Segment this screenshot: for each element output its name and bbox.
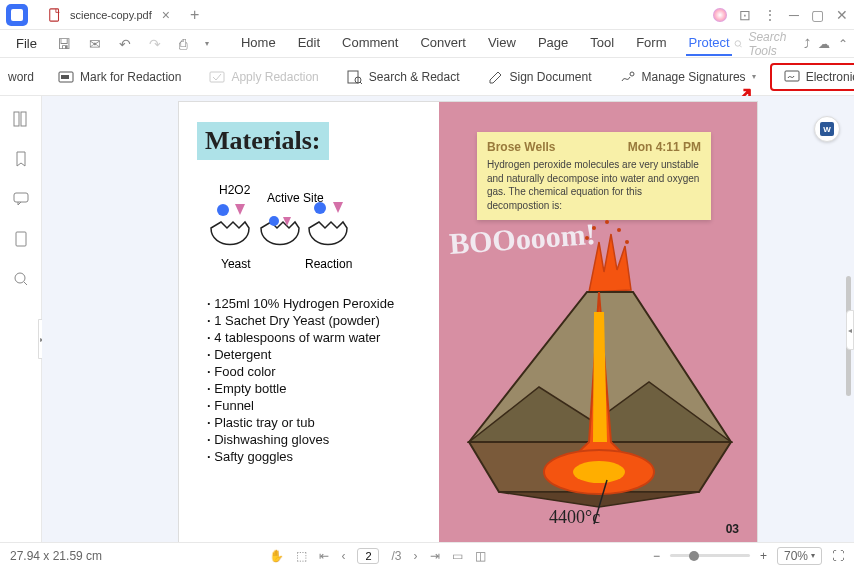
svg-marker-22 xyxy=(333,202,343,213)
tab-title: science-copy.pdf xyxy=(70,9,152,21)
zoom-out-icon[interactable]: − xyxy=(653,549,660,563)
mail-icon[interactable]: ✉ xyxy=(81,34,109,54)
chevron-down-icon: ▾ xyxy=(811,551,815,560)
svg-rect-13 xyxy=(14,193,28,202)
more-icon[interactable]: ⋮ xyxy=(763,7,777,23)
minimize-button[interactable]: ─ xyxy=(789,7,799,23)
print-icon[interactable]: ⎙ xyxy=(171,34,195,54)
collapse-ribbon-icon[interactable]: ⌃ xyxy=(838,37,848,51)
sticky-note[interactable]: Brose Wells Mon 4:11 PM Hydrogen peroxid… xyxy=(477,132,711,220)
feedback-icon[interactable]: ⊡ xyxy=(739,7,751,23)
search-sidebar-icon[interactable] xyxy=(12,270,30,288)
svg-point-15 xyxy=(15,273,25,283)
svg-point-21 xyxy=(314,202,326,214)
document-tab[interactable]: science-copy.pdf × xyxy=(38,3,182,27)
svg-text:Yeast: Yeast xyxy=(221,257,251,271)
list-item: Plastic tray or tub xyxy=(207,414,421,431)
collapse-right-panel[interactable]: ◂ xyxy=(846,310,854,350)
tab-page[interactable]: Page xyxy=(536,31,570,56)
svg-point-33 xyxy=(573,461,625,483)
svg-rect-14 xyxy=(16,232,26,246)
svg-point-29 xyxy=(617,228,621,232)
svg-rect-11 xyxy=(14,112,19,126)
svg-point-27 xyxy=(592,226,596,230)
tab-view[interactable]: View xyxy=(486,31,518,56)
svg-marker-20 xyxy=(235,204,245,215)
apply-redaction-icon xyxy=(209,69,225,85)
note-time: Mon 4:11 PM xyxy=(628,140,701,154)
cloud-icon[interactable]: ☁ xyxy=(818,37,830,51)
comments-icon[interactable] xyxy=(12,190,30,208)
pdf-icon xyxy=(48,8,62,22)
maximize-button[interactable]: ▢ xyxy=(811,7,824,23)
file-menu[interactable]: File xyxy=(6,34,47,53)
zoom-slider[interactable] xyxy=(670,554,750,557)
last-page-icon[interactable]: ⇥ xyxy=(430,549,440,563)
materials-list: 125ml 10% Hydrogen Peroxide 1 Sachet Dry… xyxy=(207,295,421,465)
zoom-percent-dropdown[interactable]: 70% ▾ xyxy=(777,547,822,565)
svg-text:Reaction: Reaction xyxy=(305,257,352,271)
single-page-icon[interactable]: ▭ xyxy=(452,549,463,563)
page-input[interactable] xyxy=(357,548,379,564)
svg-point-28 xyxy=(605,220,609,224)
search-placeholder: Search Tools xyxy=(748,30,792,58)
apply-redaction-button: Apply Redaction xyxy=(195,64,332,90)
tab-close-icon[interactable]: × xyxy=(160,7,172,23)
statusbar: 27.94 x 21.59 cm ✋ ⬚ ⇤ ‹ /3 › ⇥ ▭ ◫ − + … xyxy=(0,542,854,568)
save-icon[interactable]: 🖫 xyxy=(49,34,79,54)
share-icon[interactable]: ⤴ xyxy=(804,37,810,51)
convert-to-word-button[interactable]: W xyxy=(814,116,840,142)
user-avatar-icon[interactable] xyxy=(713,8,727,22)
protect-toolbar: word Mark for Redaction Apply Redaction … xyxy=(0,58,854,96)
document-viewport[interactable]: Materials: H2O2 Active Site Yeast xyxy=(42,96,854,542)
toolbar-trunc-label[interactable]: word xyxy=(8,70,34,84)
mark-for-redaction-button[interactable]: Mark for Redaction xyxy=(44,64,195,90)
fit-page-icon[interactable]: ⛶ xyxy=(832,549,844,563)
close-button[interactable]: ✕ xyxy=(836,7,848,23)
tab-edit[interactable]: Edit xyxy=(296,31,322,56)
svg-rect-0 xyxy=(50,8,59,20)
list-item: Detergent xyxy=(207,346,421,363)
zoom-in-icon[interactable]: + xyxy=(760,549,767,563)
tab-convert[interactable]: Convert xyxy=(418,31,468,56)
search-icon xyxy=(734,37,743,51)
svg-line-2 xyxy=(740,45,742,47)
hand-tool-icon[interactable]: ✋ xyxy=(269,549,284,563)
tab-home[interactable]: Home xyxy=(239,31,278,56)
new-tab-button[interactable]: + xyxy=(190,6,199,24)
search-tools[interactable]: Search Tools xyxy=(734,30,792,58)
tab-protect[interactable]: Protect xyxy=(686,31,731,56)
svg-marker-24 xyxy=(283,217,291,226)
yeast-diagram: H2O2 Active Site Yeast Reaction xyxy=(205,180,421,265)
attachments-icon[interactable] xyxy=(12,230,30,248)
first-page-icon[interactable]: ⇤ xyxy=(319,549,329,563)
select-tool-icon[interactable]: ⬚ xyxy=(296,549,307,563)
undo-icon[interactable]: ↶ xyxy=(111,34,139,54)
search-redact-icon xyxy=(347,69,363,85)
next-page-icon[interactable]: › xyxy=(414,549,418,563)
svg-text:Active Site: Active Site xyxy=(267,191,324,205)
redaction-icon xyxy=(58,69,74,85)
menu-dropdown-icon[interactable]: ▾ xyxy=(197,37,217,50)
search-redact-button[interactable]: Search & Redact xyxy=(333,64,474,90)
bookmarks-icon[interactable] xyxy=(12,150,30,168)
tab-tool[interactable]: Tool xyxy=(588,31,616,56)
tab-form[interactable]: Form xyxy=(634,31,668,56)
prev-page-icon[interactable]: ‹ xyxy=(341,549,345,563)
sign-document-button[interactable]: Sign Document xyxy=(474,64,606,90)
app-icon xyxy=(6,4,28,26)
two-page-icon[interactable]: ◫ xyxy=(475,549,486,563)
svg-text:H2O2: H2O2 xyxy=(219,183,251,197)
electronic-signature-button[interactable]: Electronic Signature xyxy=(770,63,854,91)
list-item: Funnel xyxy=(207,397,421,414)
svg-rect-10 xyxy=(785,71,799,81)
svg-point-31 xyxy=(625,240,629,244)
thumbnails-icon[interactable] xyxy=(12,110,30,128)
page-total: /3 xyxy=(391,549,401,563)
redo-icon[interactable]: ↷ xyxy=(141,34,169,54)
main-area: ▸ Materials: H2O2 Active Site xyxy=(0,96,854,542)
document-spread: Materials: H2O2 Active Site Yeast xyxy=(178,101,758,542)
tab-comment[interactable]: Comment xyxy=(340,31,400,56)
page-dimensions: 27.94 x 21.59 cm xyxy=(10,549,102,563)
svg-rect-12 xyxy=(21,112,26,126)
